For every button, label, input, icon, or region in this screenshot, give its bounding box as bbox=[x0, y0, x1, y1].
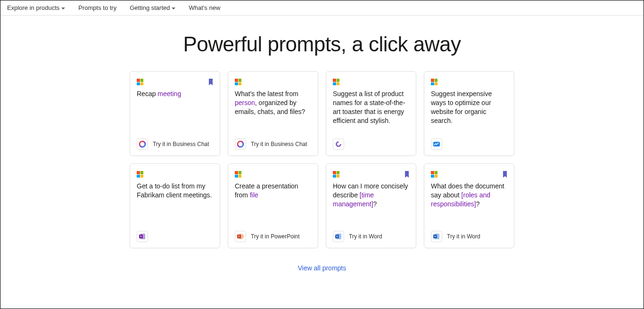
card-footer: WTry it in Word bbox=[333, 231, 409, 242]
card-footer: Try it in Business Chat bbox=[137, 138, 213, 150]
nav-label: Prompts to try bbox=[78, 4, 116, 11]
svg-point-0 bbox=[140, 141, 145, 147]
word-icon[interactable]: W bbox=[431, 231, 442, 242]
svg-text:N: N bbox=[140, 235, 142, 238]
nav-label: Getting started bbox=[130, 4, 170, 11]
word-icon[interactable]: W bbox=[333, 231, 344, 242]
page-title: Powerful prompts, a click away bbox=[0, 33, 644, 56]
bookmark-icon[interactable] bbox=[405, 171, 409, 178]
prompt-card[interactable]: Suggest inexpensive ways to optimize our… bbox=[424, 71, 514, 156]
prompt-text: Suggest a list of product names for a st… bbox=[333, 89, 409, 125]
prompt-card[interactable]: How can I more concisely describe [time … bbox=[326, 163, 416, 248]
chevron-down-icon bbox=[61, 8, 65, 9]
top-nav: Explore in products Prompts to try Getti… bbox=[0, 0, 644, 16]
prompt-card[interactable]: Get a to-do list from my Fabrikam client… bbox=[130, 163, 220, 248]
card-footer: WTry it in Word bbox=[431, 231, 507, 242]
onenote-icon[interactable]: N bbox=[137, 231, 148, 242]
try-it-label: Try it in Word bbox=[349, 233, 382, 240]
try-it-label: Try it in Business Chat bbox=[251, 141, 307, 147]
card-header bbox=[137, 171, 213, 178]
card-header bbox=[235, 171, 311, 178]
prompt-text: What does the document say about [roles … bbox=[431, 182, 507, 209]
prompt-card[interactable]: What does the document say about [roles … bbox=[424, 163, 514, 248]
prompt-text: How can I more concisely describe [time … bbox=[333, 182, 409, 209]
microsoft-logo-icon bbox=[431, 79, 438, 85]
microsoft-logo-icon bbox=[137, 79, 143, 85]
prompt-text: Get a to-do list from my Fabrikam client… bbox=[137, 182, 213, 200]
prompt-text: What's the latest from person, organized… bbox=[235, 89, 311, 116]
chevron-down-icon bbox=[172, 8, 175, 9]
microsoft-logo-icon bbox=[235, 171, 241, 178]
microsoft-logo-icon bbox=[137, 171, 143, 178]
prompt-text: Suggest inexpensive ways to optimize our… bbox=[431, 89, 507, 125]
card-footer: Try it in Business Chat bbox=[235, 138, 311, 150]
nav-label: What's new bbox=[189, 4, 220, 11]
nav-prompts-to-try[interactable]: Prompts to try bbox=[78, 4, 116, 11]
nav-getting-started[interactable]: Getting started bbox=[130, 4, 175, 11]
nav-whats-new[interactable]: What's new bbox=[189, 4, 220, 11]
prompt-text: Recap meeting bbox=[137, 89, 213, 98]
businesschat-icon[interactable] bbox=[235, 138, 246, 150]
card-header bbox=[333, 78, 409, 86]
prompt-card[interactable]: Suggest a list of product names for a st… bbox=[326, 71, 416, 156]
prompt-card[interactable]: Recap meetingTry it in Business Chat bbox=[130, 71, 220, 156]
prompt-grid: Recap meetingTry it in Business ChatWhat… bbox=[0, 71, 644, 248]
try-it-label: Try it in Word bbox=[447, 233, 480, 240]
bookmark-icon[interactable] bbox=[503, 171, 507, 178]
prompt-card[interactable]: Create a presentation from filePTry it i… bbox=[228, 163, 318, 248]
view-all-prompts-link[interactable]: View all prompts bbox=[0, 264, 644, 272]
svg-point-1 bbox=[238, 141, 243, 147]
whiteboard-icon[interactable] bbox=[431, 138, 442, 150]
microsoft-logo-icon bbox=[431, 171, 438, 178]
loop-icon[interactable] bbox=[333, 138, 344, 150]
prompt-card[interactable]: What's the latest from person, organized… bbox=[228, 71, 318, 156]
card-header bbox=[431, 171, 507, 178]
bookmark-icon[interactable] bbox=[208, 79, 213, 85]
card-header bbox=[235, 78, 311, 86]
card-header bbox=[431, 78, 507, 86]
microsoft-logo-icon bbox=[235, 79, 241, 85]
card-footer: N bbox=[137, 231, 213, 242]
card-footer: PTry it in PowerPoint bbox=[235, 231, 311, 242]
svg-text:W: W bbox=[434, 235, 437, 238]
card-header bbox=[333, 171, 409, 178]
try-it-label: Try it in PowerPoint bbox=[251, 233, 300, 240]
microsoft-logo-icon bbox=[333, 171, 339, 178]
nav-label: Explore in products bbox=[7, 4, 59, 11]
powerpoint-icon[interactable]: P bbox=[235, 231, 246, 242]
card-footer bbox=[333, 138, 409, 150]
businesschat-icon[interactable] bbox=[137, 138, 148, 150]
card-footer bbox=[431, 138, 507, 150]
try-it-label: Try it in Business Chat bbox=[153, 141, 209, 147]
prompt-text: Create a presentation from file bbox=[235, 182, 311, 200]
svg-text:W: W bbox=[336, 235, 339, 238]
card-header bbox=[137, 78, 213, 86]
microsoft-logo-icon bbox=[333, 79, 339, 85]
nav-explore-in-products[interactable]: Explore in products bbox=[7, 4, 65, 11]
